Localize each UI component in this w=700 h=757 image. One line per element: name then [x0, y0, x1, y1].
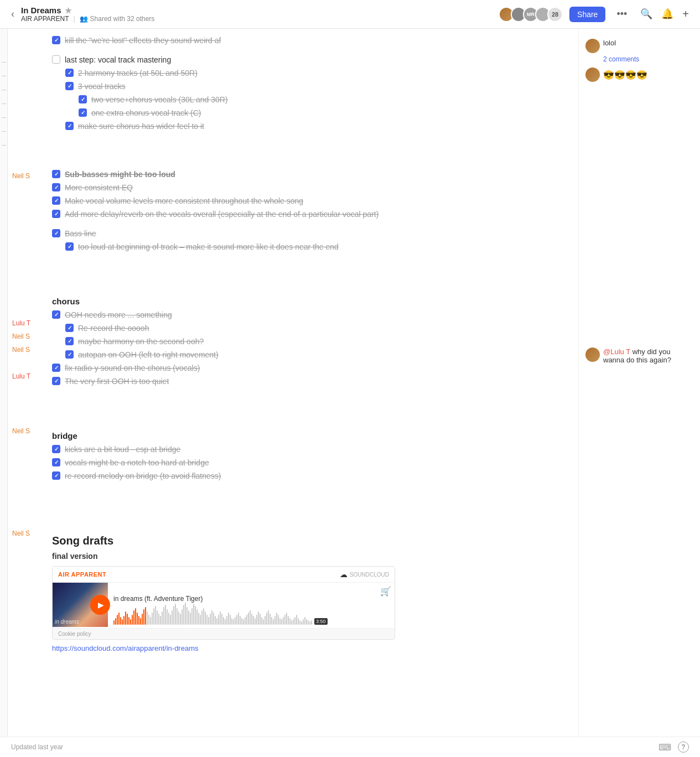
task-text: last step: vocal track mastering — [65, 54, 567, 66]
waveform-bar — [281, 619, 282, 625]
task-text: make sure chorus has wider feel to it — [78, 121, 567, 132]
star-icon[interactable]: ★ — [65, 6, 72, 15]
ruler-mark — [2, 76, 6, 76]
waveform-bar — [150, 617, 151, 625]
task-item: two verse+chorus vocals (30L and 30R) — [52, 94, 567, 106]
assignee-lulu-label-c6: Lulu T — [8, 370, 52, 383]
task-checkbox[interactable] — [52, 364, 60, 372]
waveform-bar — [250, 610, 251, 625]
waveform-bar — [183, 605, 184, 625]
soundcloud-link[interactable]: https://soundcloud.com/airapparent/in-dr… — [52, 644, 198, 652]
assignees-col-top — [8, 29, 52, 156]
waveform-bar — [258, 611, 259, 625]
comment-mention: @Lulu T — [603, 348, 630, 356]
task-checkbox[interactable] — [52, 310, 60, 319]
waveform-bar — [188, 610, 189, 625]
task-checkbox[interactable] — [65, 350, 74, 359]
task-checkbox[interactable] — [52, 445, 60, 453]
task-checkbox[interactable] — [65, 337, 74, 345]
task-text: kill the "we're lost" effects they sound… — [65, 35, 567, 46]
task-checkbox[interactable] — [52, 458, 60, 466]
task-item: re-record melody on bridge (to avoid fla… — [52, 470, 567, 482]
song-drafts-content: Song drafts final version AIR APPARENT ☁… — [52, 530, 578, 675]
footer-right: ⌨ ? — [658, 742, 689, 753]
sc-info: in dreams (ft. Adventure Tiger) 3:50 — [108, 583, 377, 628]
comment-reply-link-1[interactable]: 2 comments — [603, 55, 693, 63]
avatar-count: 28 — [547, 7, 563, 22]
waveform-bar — [140, 618, 141, 625]
waveform-bar — [206, 615, 208, 625]
waveform-bar — [273, 619, 274, 625]
task-checkbox[interactable] — [52, 377, 60, 385]
top-tasks-group: kill the "we're lost" effects they sound… — [8, 29, 578, 156]
task-checkbox[interactable] — [52, 471, 60, 480]
waveform-bar — [120, 617, 121, 625]
waveform-bar — [163, 607, 164, 625]
waveform-bar — [157, 610, 158, 625]
doc-subtitle: AIR APPARENT | 👥 Shared with 32 others — [21, 15, 154, 23]
doc-footer: Updated last year ⌨ ? — [0, 737, 700, 757]
sc-body-container: in dreams in dreams (ft. Adventure Tiger… — [53, 583, 395, 628]
header-right: MR 28 Share ••• 🔍 🔔 + — [499, 6, 691, 23]
back-button[interactable]: ‹ — [9, 6, 17, 22]
task-checkbox[interactable] — [65, 69, 74, 77]
waveform-bar — [191, 608, 193, 625]
task-text: one extra chorus vocal track (C) — [91, 107, 567, 119]
help-icon[interactable]: ? — [678, 742, 689, 753]
shared-users-text: Shared with 32 others — [90, 15, 155, 23]
waveform-bar — [143, 609, 144, 625]
task-checkbox[interactable] — [52, 36, 60, 44]
waveform-bar — [193, 604, 194, 625]
task-item: kicks are a bit loud - esp at bridge — [52, 444, 567, 455]
shared-users-icon: 👥 — [80, 15, 88, 23]
waveform-bar — [195, 606, 196, 625]
soundcloud-embed: AIR APPARENT ☁ SOUNDCLOUD in dreams — [52, 566, 395, 640]
waveform-bar — [211, 610, 212, 625]
sc-play-button[interactable] — [90, 595, 110, 615]
waveform-bar — [296, 615, 297, 625]
sc-cart-icon[interactable]: 🛒 — [377, 583, 395, 628]
task-checkbox[interactable] — [52, 55, 60, 64]
waveform-bar — [268, 610, 269, 625]
search-icon[interactable]: 🔍 — [638, 6, 655, 23]
waveform-bar — [216, 618, 217, 625]
waveform-bar — [248, 613, 249, 625]
task-checkbox[interactable] — [65, 242, 74, 251]
share-button[interactable]: Share — [569, 7, 605, 22]
task-text: The very first OOH is too quiet — [65, 376, 567, 387]
waveform-bar — [201, 610, 203, 625]
task-text: kicks are a bit loud - esp at bridge — [65, 444, 567, 455]
task-checkbox[interactable] — [52, 229, 60, 237]
assignee-lulu-label-c2: Lulu T — [8, 317, 52, 330]
task-checkbox[interactable] — [52, 183, 60, 191]
ruler-mark — [2, 117, 6, 118]
notification-icon[interactable]: 🔔 — [659, 6, 676, 23]
top-tasks-content: kill the "we're lost" effects they sound… — [52, 29, 578, 156]
sc-header: AIR APPARENT ☁ SOUNDCLOUD — [53, 567, 395, 583]
section-header-chorus: chorus — [52, 297, 567, 306]
content-area: kill the "we're lost" effects they sound… — [8, 29, 700, 757]
add-icon[interactable]: + — [680, 6, 691, 23]
cookie-policy-link[interactable]: Cookie policy — [58, 631, 91, 637]
waveform-bar — [301, 621, 302, 625]
task-item: vocals might be a notch too hard at brid… — [52, 457, 567, 469]
task-checkbox[interactable] — [79, 108, 87, 117]
task-checkbox[interactable] — [65, 82, 74, 90]
waveform-bar — [243, 619, 244, 625]
waveform-bar — [263, 619, 264, 625]
waveform-bar — [132, 615, 133, 625]
waveform-bar — [165, 605, 166, 625]
task-item: autopan on OOH (left to right movement) — [52, 349, 567, 361]
task-checkbox[interactable] — [52, 170, 60, 178]
task-checkbox[interactable] — [65, 324, 74, 332]
task-checkbox[interactable] — [52, 196, 60, 205]
sc-brand-row: ☁ SOUNDCLOUD — [340, 570, 389, 579]
waveform-bar — [311, 620, 312, 625]
more-button[interactable]: ••• — [612, 6, 631, 22]
breadcrumb-label: AIR APPARENT — [21, 15, 69, 23]
task-checkbox[interactable] — [65, 122, 74, 130]
task-checkbox[interactable] — [52, 210, 60, 218]
waveform-bar — [135, 608, 136, 625]
task-checkbox[interactable] — [79, 95, 87, 103]
waveform-bar — [231, 618, 232, 625]
